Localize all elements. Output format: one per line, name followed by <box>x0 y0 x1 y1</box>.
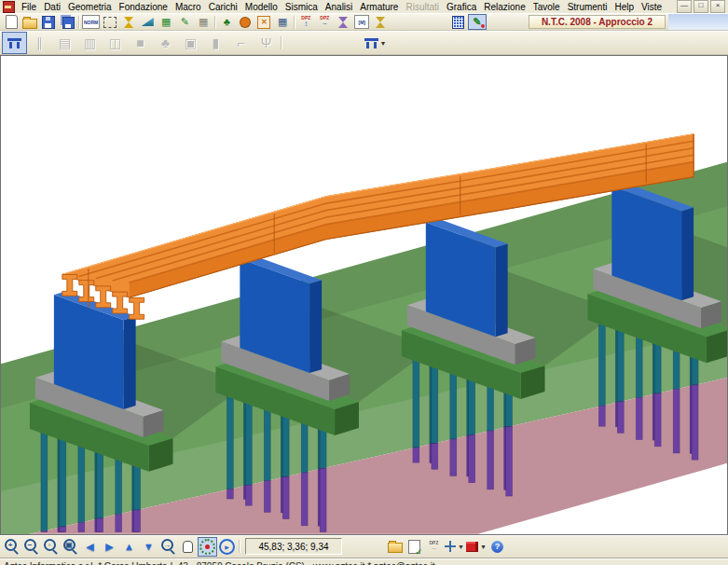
box-x-icon: ✕ <box>257 16 270 29</box>
dpz-plot-icon: DPZ↕ <box>301 16 310 28</box>
view-section-icon: ⌐ <box>237 36 244 49</box>
menu-analisi[interactable]: Analisi <box>322 2 356 12</box>
sheet-check-icon <box>408 540 420 554</box>
bracket-m-button[interactable]: [M] <box>352 14 371 30</box>
view-spans-icon: ∥ <box>36 36 43 49</box>
zoom-in-icon: + <box>5 539 17 551</box>
menu-tavole[interactable]: Tavole <box>529 2 564 12</box>
sphere-icon <box>240 17 251 28</box>
menu-viste[interactable]: Viste <box>638 2 666 12</box>
edit-pencil-button[interactable]: ✎ <box>175 14 194 30</box>
pan-down-button[interactable]: ▼ <box>139 537 158 557</box>
table-button[interactable]: ▦ <box>194 14 213 30</box>
hourglass-button[interactable] <box>119 14 138 30</box>
animate-button[interactable]: ▶ <box>217 537 237 557</box>
layers-folder-button[interactable] <box>385 537 405 557</box>
save-file-button[interactable] <box>39 14 58 30</box>
menu-modello[interactable]: Modello <box>241 2 282 12</box>
normative-button[interactable]: NORM <box>81 14 101 30</box>
dpz-spectrum-icon: DPZ~ <box>320 16 329 28</box>
selection-button[interactable] <box>101 14 119 30</box>
view-model-3d-button[interactable] <box>2 32 27 54</box>
save-all-button[interactable] <box>58 14 76 30</box>
ramp-button[interactable] <box>138 14 157 30</box>
hourglass-grid-button[interactable] <box>371 14 390 30</box>
phase-hourglass-button[interactable] <box>334 14 352 30</box>
table-icon: ▦ <box>199 17 208 27</box>
dpz-spectrum-button[interactable]: DPZ~ <box>315 14 334 30</box>
move-ucs-button[interactable]: ▼ <box>444 537 465 557</box>
render-button[interactable]: ✎ <box>468 14 487 30</box>
coordinates-display: 45,83; 3,36; 9,34 <box>245 538 342 555</box>
menu-sismica[interactable]: Sismica <box>282 2 322 12</box>
view-piles-button: Ψ <box>254 32 279 54</box>
edit-pencil-icon: ✎ <box>181 17 189 27</box>
view-ground-button: ♣ <box>153 32 178 54</box>
menu-strumenti[interactable]: Strumenti <box>564 2 611 12</box>
navigation-toolbar: +−▫▣◀▶▲▼→▶45,83; 3,36; 9,34DPZ~▼▼? <box>0 535 728 558</box>
layers-folder-icon <box>388 543 403 553</box>
menu-bar: FileDatiGeometriaFondazioneMacroCarichiM… <box>0 0 728 13</box>
dpz-toggle-icon: DPZ~ <box>430 541 439 553</box>
orbit-3d-button[interactable] <box>198 537 217 557</box>
box-x-button[interactable]: ✕ <box>254 14 273 30</box>
hourglass-grid-icon <box>376 17 385 22</box>
menu-fondazione[interactable]: Fondazione <box>116 2 172 12</box>
zoom-extents-button[interactable]: ▣ <box>61 537 80 557</box>
close-button[interactable]: × <box>710 0 725 13</box>
pan-hand-button[interactable] <box>178 537 198 557</box>
viewport-3d[interactable] <box>0 55 728 535</box>
minimize-button[interactable]: — <box>677 0 692 13</box>
zoom-out-button[interactable]: − <box>21 537 41 557</box>
menu-dati[interactable]: Dati <box>40 2 64 12</box>
new-file-button[interactable] <box>2 14 21 30</box>
render-icon: ✎ <box>473 16 481 28</box>
view-piles-icon: Ψ <box>261 36 272 49</box>
dpz-plot-button[interactable]: DPZ↕ <box>296 14 315 30</box>
application-window: FileDatiGeometriaFondazioneMacroCarichiM… <box>0 0 728 565</box>
restore-button[interactable]: □ <box>694 0 708 13</box>
tree-button[interactable]: ♣ <box>217 14 236 30</box>
building-icon <box>452 16 464 29</box>
open-file-icon <box>22 19 37 29</box>
dropdown-caret-icon: ▼ <box>458 544 464 550</box>
save-file-icon <box>42 16 55 29</box>
pan-right-button[interactable]: ▶ <box>100 537 119 557</box>
menu-grafica[interactable]: Grafica <box>443 2 480 12</box>
toolbar-separator <box>294 16 295 29</box>
menu-items: FileDatiGeometriaFondazioneMacroCarichiM… <box>18 2 666 12</box>
hourglass-icon <box>124 17 133 22</box>
animate-icon: ▶ <box>219 539 235 555</box>
zoom-dynamic-button[interactable]: → <box>158 537 178 557</box>
open-file-button[interactable] <box>21 14 39 30</box>
move-ucs-icon <box>445 541 456 552</box>
matrix-button[interactable]: ▦ <box>273 14 292 30</box>
view-mode-dropdown[interactable]: ▼ <box>363 32 388 54</box>
pan-up-button[interactable]: ▲ <box>119 537 139 557</box>
view-cube-button[interactable]: ▼ <box>465 537 488 557</box>
bracket-m-icon: [M] <box>354 15 369 29</box>
menu-geometria[interactable]: Geometria <box>64 2 116 12</box>
pan-left-icon: ◀ <box>86 542 93 552</box>
help-button[interactable]: ? <box>488 537 507 557</box>
zoom-in-button[interactable]: + <box>2 537 21 557</box>
menu-help[interactable]: Help <box>611 2 638 12</box>
mesh-icon: ▦ <box>161 17 171 27</box>
menu-relazione[interactable]: Relazione <box>480 2 529 12</box>
menu-risultati: Risultati <box>402 2 443 12</box>
sphere-button[interactable] <box>236 14 254 30</box>
toolbar-separator <box>214 16 215 29</box>
menu-macro[interactable]: Macro <box>172 2 205 12</box>
sheet-check-button[interactable] <box>405 537 424 557</box>
mesh-button[interactable]: ▦ <box>157 14 175 30</box>
view-pier-icon: ▥ <box>84 36 96 49</box>
menu-file[interactable]: File <box>18 2 40 12</box>
pan-left-button[interactable]: ◀ <box>80 537 100 557</box>
menu-carichi[interactable]: Carichi <box>205 2 241 12</box>
toolbar-separator <box>281 36 282 49</box>
view-cube-icon <box>466 542 478 552</box>
zoom-window-button[interactable]: ▫ <box>41 537 61 557</box>
view-deck-button: ▤ <box>52 32 77 54</box>
menu-armature[interactable]: Armature <box>356 2 402 12</box>
building-button[interactable] <box>449 14 468 30</box>
